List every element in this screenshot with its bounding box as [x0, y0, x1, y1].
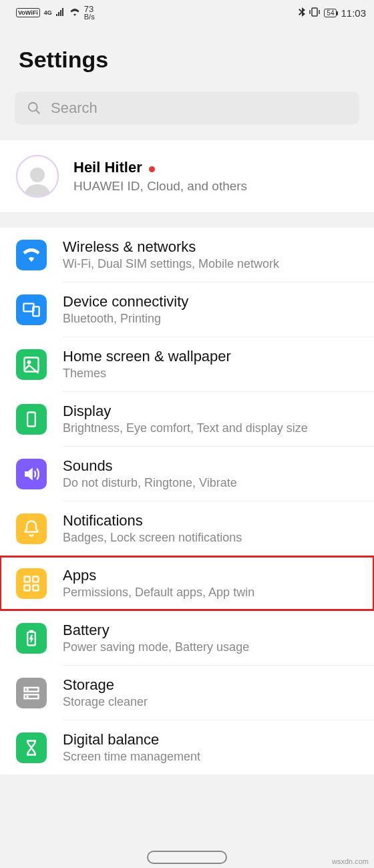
settings-item-devices[interactable]: Device connectivityBluetooth, Printing [0, 282, 374, 337]
item-desc: Wi-Fi, Dual SIM settings, Mobile network [63, 257, 367, 271]
svg-rect-6 [25, 357, 39, 371]
settings-item-sound[interactable]: SoundsDo not disturb, Ringtone, Vibrate [0, 447, 374, 501]
clock: 11:03 [341, 7, 366, 19]
item-texts: Device connectivityBluetooth, Printing [63, 293, 367, 326]
settings-item-wifi[interactable]: Wireless & networksWi-Fi, Dual SIM setti… [0, 228, 374, 282]
item-texts: Wireless & networksWi-Fi, Dual SIM setti… [63, 238, 367, 271]
storage-icon [16, 678, 47, 708]
svg-rect-10 [33, 576, 38, 582]
status-left: VoWiFi 4G 73 B/s [16, 5, 95, 21]
item-label: Wireless & networks [63, 238, 367, 256]
svg-point-1 [29, 103, 37, 112]
item-texts: NotificationsBadges, Lock screen notific… [63, 512, 367, 545]
svg-line-2 [36, 110, 40, 114]
item-label: Digital balance [63, 731, 367, 748]
item-label: Notifications [63, 512, 367, 529]
sound-icon [16, 459, 47, 489]
watermark: wsxdn.com [332, 857, 369, 865]
settings-item-bell[interactable]: NotificationsBadges, Lock screen notific… [0, 501, 374, 556]
account-text: Heil Hitler HUAWEI ID, Cloud, and others [73, 159, 247, 194]
item-desc: Storage cleaner [63, 695, 367, 709]
search-bar[interactable]: Search [15, 91, 359, 125]
item-desc: Screen time management [63, 750, 367, 764]
battery-icon [16, 623, 47, 654]
settings-list: Wireless & networksWi-Fi, Dual SIM setti… [0, 228, 374, 775]
settings-item-hourglass[interactable]: Digital balanceScreen time management [0, 720, 374, 775]
svg-rect-11 [25, 585, 30, 590]
item-texts: DisplayBrightness, Eye comfort, Text and… [63, 403, 367, 435]
avatar [16, 155, 59, 198]
bell-icon [16, 513, 47, 544]
battery-indicator: 54 [324, 9, 337, 17]
settings-item-battery[interactable]: BatteryPower saving mode, Battery usage [0, 611, 374, 665]
page-title: Settings [0, 23, 374, 85]
apps-icon [16, 568, 47, 599]
svg-point-3 [30, 168, 45, 182]
svg-point-7 [27, 361, 31, 364]
svg-rect-0 [312, 8, 317, 16]
settings-item-wallpaper[interactable]: Home screen & wallpaperThemes [0, 337, 374, 391]
status-right: 54 11:03 [299, 7, 366, 19]
svg-rect-14 [30, 630, 33, 632]
item-label: Apps [63, 567, 367, 584]
signal-icon [56, 7, 65, 18]
settings-item-display[interactable]: DisplayBrightness, Eye comfort, Text and… [0, 392, 374, 446]
item-desc: Do not disturb, Ringtone, Vibrate [63, 476, 367, 490]
search-placeholder: Search [51, 99, 98, 117]
item-texts: AppsPermissions, Default apps, App twin [63, 567, 367, 600]
item-label: Device connectivity [63, 293, 367, 310]
item-texts: BatteryPower saving mode, Battery usage [63, 622, 367, 654]
wallpaper-icon [16, 349, 47, 380]
wifi-icon [69, 7, 80, 18]
devices-icon [16, 294, 47, 325]
notification-dot [149, 166, 155, 172]
svg-rect-9 [25, 576, 30, 582]
wifi-icon [16, 240, 47, 270]
status-bar: VoWiFi 4G 73 B/s 54 11:03 [0, 0, 374, 23]
item-desc: Permissions, Default apps, App twin [63, 586, 367, 600]
svg-rect-12 [33, 585, 38, 590]
item-label: Battery [63, 622, 367, 639]
svg-point-18 [27, 696, 28, 697]
item-desc: Brightness, Eye comfort, Text and displa… [63, 421, 367, 435]
item-label: Display [63, 403, 367, 420]
item-texts: SoundsDo not disturb, Ringtone, Vibrate [63, 457, 367, 490]
settings-item-apps[interactable]: AppsPermissions, Default apps, App twin [0, 556, 374, 610]
account-subtitle: HUAWEI ID, Cloud, and others [73, 179, 247, 194]
search-icon [27, 101, 41, 116]
item-texts: StorageStorage cleaner [63, 676, 367, 709]
item-desc: Badges, Lock screen notifications [63, 531, 367, 545]
item-texts: Home screen & wallpaperThemes [63, 348, 367, 381]
item-label: Home screen & wallpaper [63, 348, 367, 365]
svg-rect-8 [27, 412, 35, 426]
nav-pill[interactable] [147, 851, 227, 864]
vibrate-icon [309, 7, 320, 19]
item-desc: Themes [63, 367, 367, 381]
hourglass-icon [16, 732, 47, 763]
item-texts: Digital balanceScreen time management [63, 731, 367, 764]
account-name: Heil Hitler [73, 159, 142, 176]
item-desc: Power saving mode, Battery usage [63, 640, 367, 654]
data-speed: 73 B/s [84, 5, 95, 21]
bluetooth-icon [299, 7, 305, 19]
item-label: Storage [63, 676, 367, 694]
display-icon [16, 404, 47, 435]
svg-point-17 [27, 688, 28, 690]
account-row[interactable]: Heil Hitler HUAWEI ID, Cloud, and others [0, 140, 374, 213]
item-label: Sounds [63, 457, 367, 475]
item-desc: Bluetooth, Printing [63, 312, 367, 326]
network-type: 4G [44, 9, 52, 16]
settings-item-storage[interactable]: StorageStorage cleaner [0, 666, 374, 720]
vowifi-indicator: VoWiFi [16, 8, 40, 17]
